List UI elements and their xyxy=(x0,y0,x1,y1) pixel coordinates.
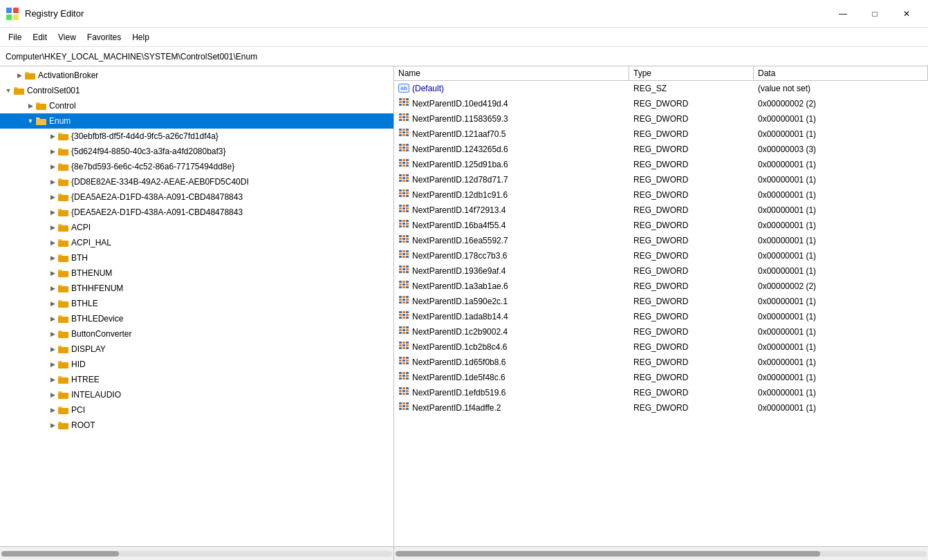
expander-icon[interactable]: ▶ xyxy=(47,328,58,339)
value-row[interactable]: NextParentID.178cc7b3.6 REG_DWORD 0x0000… xyxy=(394,248,928,263)
value-row[interactable]: NextParentID.14f72913.4 REG_DWORD 0x0000… xyxy=(394,203,928,218)
minimize-button[interactable]: — xyxy=(827,3,859,25)
value-row[interactable]: NextParentID.1efdb519.6 REG_DWORD 0x0000… xyxy=(394,385,928,400)
expander-icon[interactable]: ▶ xyxy=(47,389,58,400)
svg-rect-41 xyxy=(402,116,405,118)
tree-item[interactable]: ▶ ROOT xyxy=(0,418,393,433)
tree-item[interactable]: ▶ PCI xyxy=(0,402,393,418)
tree-label: ROOT xyxy=(71,420,95,430)
value-row[interactable]: NextParentID.121aaf70.5 REG_DWORD 0x0000… xyxy=(394,127,928,142)
value-row[interactable]: NextParentID.16ba4f55.4 REG_DWORD 0x0000… xyxy=(394,218,928,233)
expander-icon[interactable]: ▼ xyxy=(3,85,14,96)
column-header-data[interactable]: Data xyxy=(754,66,928,80)
expander-icon[interactable]: ▶ xyxy=(47,131,58,142)
tree-item[interactable]: ▶ HTREE xyxy=(0,372,393,387)
column-header-name[interactable]: Name xyxy=(394,66,629,80)
value-row[interactable]: NextParentID.10ed419d.4 REG_DWORD 0x0000… xyxy=(394,96,928,111)
expander-icon[interactable]: ▶ xyxy=(47,283,58,294)
tree-item[interactable]: ▶ BTH xyxy=(0,250,393,265)
menu-favorites[interactable]: Favorites xyxy=(82,30,127,44)
value-row[interactable]: NextParentID.1de5f48c.6 REG_DWORD 0x0000… xyxy=(394,370,928,385)
scrollbar-thumb[interactable] xyxy=(396,551,820,557)
tree-item[interactable]: ▶ BTHLEDevice xyxy=(0,311,393,326)
value-row[interactable]: ab (Default) REG_SZ (value not set) xyxy=(394,81,928,96)
tree-item[interactable]: ▶ INTELAUDIO xyxy=(0,387,393,402)
expander-icon[interactable]: ▶ xyxy=(47,237,58,248)
tree-item[interactable]: ▶ ButtonConverter xyxy=(0,326,393,342)
value-row[interactable]: NextParentID.1d65f0b8.6 REG_DWORD 0x0000… xyxy=(394,355,928,370)
expander-icon[interactable]: ▶ xyxy=(47,192,58,203)
expander-icon[interactable]: ▶ xyxy=(47,298,58,309)
tree-item[interactable]: ▶ ACPI_HAL xyxy=(0,235,393,250)
tree-item-enum[interactable]: ▼ Enum xyxy=(0,113,393,129)
expander-icon[interactable]: ▶ xyxy=(47,207,58,218)
value-row[interactable]: NextParentID.16ea5592.7 REG_DWORD 0x0000… xyxy=(394,233,928,248)
tree-panel[interactable]: ▶ ActivationBroker ▼ ControlSet001 ▶ xyxy=(0,66,394,546)
tree-item[interactable]: ▶ DISPLAY xyxy=(0,342,393,357)
close-button[interactable]: ✕ xyxy=(891,3,922,25)
expander-icon[interactable]: ▶ xyxy=(47,176,58,187)
tree-item[interactable]: ▶ {DEA5AE2A-D1FD-438A-A091-CBD48478843 xyxy=(0,205,393,220)
values-panel[interactable]: Name Type Data ab (Default) REG_SZ (valu… xyxy=(394,66,928,546)
value-row[interactable]: NextParentID.1a590e2c.1 REG_DWORD 0x0000… xyxy=(394,294,928,309)
value-row[interactable]: NextParentID.1cb2b8c4.6 REG_DWORD 0x0000… xyxy=(394,339,928,355)
expander-icon[interactable]: ▶ xyxy=(47,268,58,279)
expander-icon[interactable]: ▶ xyxy=(47,420,58,431)
value-row[interactable]: NextParentID.12d78d71.7 REG_DWORD 0x0000… xyxy=(394,172,928,187)
column-header-type[interactable]: Type xyxy=(629,66,754,80)
menu-file[interactable]: File xyxy=(3,30,27,44)
scrollbar-thumb[interactable] xyxy=(1,551,119,557)
tree-item[interactable]: ▶ {5d624f94-8850-40c3-a3fa-a4fd2080baf3} xyxy=(0,144,393,159)
menu-view[interactable]: View xyxy=(53,30,82,44)
value-type: REG_DWORD xyxy=(629,234,754,247)
svg-rect-201 xyxy=(406,387,409,389)
value-row[interactable]: NextParentID.11583659.3 REG_DWORD 0x0000… xyxy=(394,111,928,127)
value-type: REG_DWORD xyxy=(629,371,754,384)
menu-help[interactable]: Help xyxy=(127,30,155,44)
expander-icon[interactable]: ▶ xyxy=(47,252,58,263)
value-row[interactable]: NextParentID.1936e9af.4 REG_DWORD 0x0000… xyxy=(394,263,928,279)
expander-icon[interactable]: ▶ xyxy=(47,359,58,370)
value-row[interactable]: NextParentID.1a3ab1ae.6 REG_DWORD 0x0000… xyxy=(394,279,928,294)
value-row[interactable]: NextParentID.125d91ba.6 REG_DWORD 0x0000… xyxy=(394,157,928,172)
value-row[interactable]: NextParentID.1243265d.6 REG_DWORD 0x0000… xyxy=(394,142,928,157)
tree-item[interactable]: ▶ ACPI xyxy=(0,220,393,235)
value-row[interactable]: NextParentID.1ada8b14.4 REG_DWORD 0x0000… xyxy=(394,309,928,324)
tree-item[interactable]: ▶ Control xyxy=(0,98,393,113)
tree-item[interactable]: ▶ BTHHFENUM xyxy=(0,281,393,296)
expander-icon[interactable]: ▶ xyxy=(47,374,58,385)
expander-icon[interactable]: ▶ xyxy=(47,344,58,355)
scrollbar-track[interactable] xyxy=(1,551,392,557)
tree-label: BTH xyxy=(71,253,88,263)
value-row[interactable]: NextParentID.12db1c91.6 REG_DWORD 0x0000… xyxy=(394,187,928,203)
tree-item[interactable]: ▶ HID xyxy=(0,357,393,372)
tree-item[interactable]: ▶ BTHENUM xyxy=(0,265,393,281)
expander-icon[interactable]: ▶ xyxy=(47,161,58,172)
expander-icon[interactable]: ▶ xyxy=(25,100,36,111)
scrollbar-track[interactable] xyxy=(396,551,927,557)
tree-item[interactable]: ▶ {30ebfbf8-df5f-4d4d-9fc5-a26c7fd1df4a} xyxy=(0,129,393,144)
tree-item[interactable]: ▶ {DD8E82AE-334B-49A2-AEAE-AEB0FD5C40DI xyxy=(0,174,393,189)
values-scrollbar[interactable] xyxy=(394,547,928,560)
svg-rect-89 xyxy=(402,195,405,197)
expander-icon[interactable]: ▶ xyxy=(47,146,58,157)
tree-item[interactable]: ▶ {8e7bd593-6e6c-4c52-86a6-77175494dd8e} xyxy=(0,159,393,174)
tree-scrollbar[interactable] xyxy=(0,547,394,560)
value-row[interactable]: NextParentID.1c2b9002.4 REG_DWORD 0x0000… xyxy=(394,324,928,339)
tree-item[interactable]: ▶ BTHLE xyxy=(0,296,393,311)
svg-rect-19 xyxy=(58,301,68,308)
tree-item[interactable]: ▶ {DEA5AE2A-D1FD-438A-A091-CBD48478843 xyxy=(0,189,393,205)
expander-icon[interactable]: ▶ xyxy=(47,404,58,416)
tree-item[interactable]: ▶ ActivationBroker xyxy=(0,68,393,83)
expander-icon[interactable]: ▶ xyxy=(14,70,25,81)
svg-rect-202 xyxy=(399,390,402,392)
tree-item[interactable]: ▼ ControlSet001 xyxy=(0,83,393,98)
menu-edit[interactable]: Edit xyxy=(27,30,53,44)
address-path[interactable]: Computer\HKEY_LOCAL_MACHINE\SYSTEM\Contr… xyxy=(6,52,257,62)
expander-icon[interactable]: ▶ xyxy=(47,222,58,233)
expander-icon[interactable]: ▼ xyxy=(25,115,36,127)
value-row[interactable]: NextParentID.1f4adffe.2 REG_DWORD 0x0000… xyxy=(394,400,928,416)
expander-icon[interactable]: ▶ xyxy=(47,313,58,324)
tree-label: BTHENUM xyxy=(71,268,112,278)
maximize-button[interactable]: □ xyxy=(859,3,891,25)
